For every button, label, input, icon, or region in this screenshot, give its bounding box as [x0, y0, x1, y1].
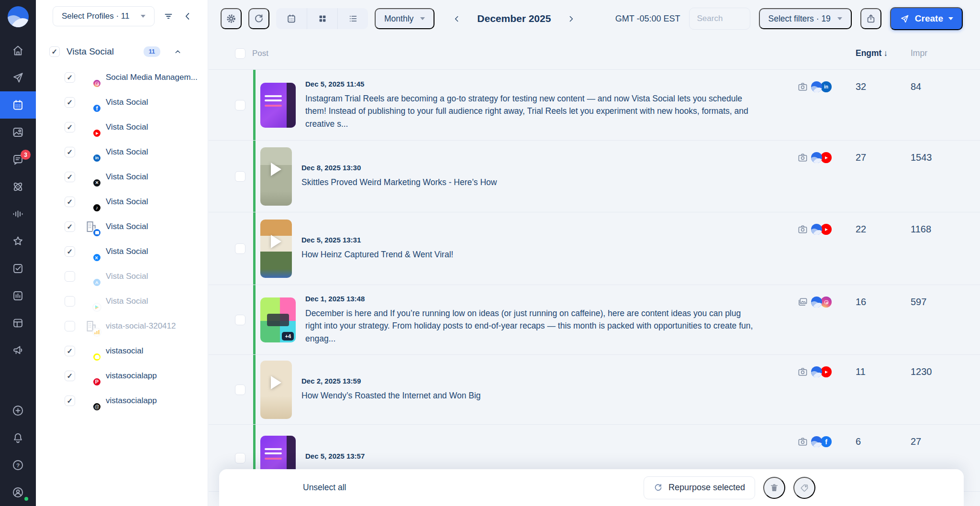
- list-view-icon: [348, 13, 358, 24]
- sidebar-item-calendar[interactable]: [0, 91, 36, 119]
- row-checkbox[interactable]: [235, 315, 245, 325]
- profile-item[interactable]: P vistasocialapp: [36, 363, 208, 388]
- profile-checkbox[interactable]: [65, 346, 75, 356]
- period-dropdown[interactable]: Monthly: [375, 8, 434, 29]
- collapse-panel-button[interactable]: [182, 11, 193, 22]
- post-text: December is here and If you’re running l…: [305, 307, 757, 345]
- tag-selected-button[interactable]: [793, 477, 815, 499]
- x-icon: ✕: [92, 178, 101, 187]
- sidebar-item-help[interactable]: ?: [0, 451, 36, 479]
- post-row[interactable]: Dec 5, 2025 11:45 Instagram Trial Reels …: [209, 70, 980, 141]
- profile-checkbox[interactable]: [65, 371, 75, 381]
- repurpose-selected-button[interactable]: Repurpose selected: [644, 476, 755, 499]
- delete-selected-button[interactable]: [763, 477, 785, 499]
- row-checkbox[interactable]: [235, 453, 245, 463]
- profile-item[interactable]: Vista Social: [36, 214, 208, 239]
- profile-item[interactable]: A Vista Social: [36, 264, 208, 289]
- profile-item[interactable]: Vista Social: [36, 239, 208, 264]
- profiles-filter-button[interactable]: [163, 11, 174, 22]
- post-row[interactable]: Dec 8, 2025 13:30 Skittles Proved Weird …: [209, 141, 980, 212]
- list-view-button[interactable]: [337, 8, 368, 29]
- profile-checkbox[interactable]: [65, 97, 75, 108]
- profile-item[interactable]: in Vista Social: [36, 140, 208, 165]
- search-input[interactable]: [689, 8, 750, 30]
- profile-item[interactable]: f Vista Social: [36, 90, 208, 115]
- current-month-label[interactable]: December 2025: [477, 13, 551, 24]
- filters-dropdown[interactable]: Select filters · 19: [759, 8, 852, 29]
- row-checkbox[interactable]: [235, 385, 245, 395]
- post-row[interactable]: Dec 5, 2025 13:31 How Heinz Captured Tre…: [209, 212, 980, 285]
- profile-checkbox[interactable]: [65, 271, 75, 282]
- sidebar-item-media[interactable]: [0, 119, 36, 146]
- profile-item[interactable]: Vista Social: [36, 115, 208, 140]
- refresh-icon: [254, 13, 264, 24]
- profile-checkbox[interactable]: [65, 396, 75, 406]
- post-thumbnail[interactable]: [260, 83, 296, 128]
- gallery-icon: [797, 297, 808, 308]
- settings-button[interactable]: [221, 8, 242, 29]
- impressions-value: 1168: [911, 224, 962, 235]
- calendar-view-button[interactable]: [276, 8, 307, 29]
- profile-checkbox[interactable]: [65, 197, 75, 207]
- profile-item[interactable]: vistasocial: [36, 339, 208, 363]
- tiktok-icon: ♪: [92, 203, 101, 212]
- sidebar-item-connections[interactable]: [0, 173, 36, 200]
- profile-checkbox[interactable]: [65, 246, 75, 257]
- profile-item[interactable]: Vista Social: [36, 289, 208, 314]
- profile-checkbox[interactable]: [65, 172, 75, 182]
- column-engagement-sort[interactable]: Engmt↓: [848, 48, 911, 58]
- sidebar-item-boards[interactable]: [0, 309, 36, 337]
- profile-item[interactable]: vista-social-320412: [36, 314, 208, 339]
- next-month-button[interactable]: [564, 12, 578, 26]
- export-button[interactable]: [860, 8, 881, 29]
- profile-checkbox[interactable]: [65, 147, 75, 157]
- refresh-button[interactable]: [248, 8, 269, 29]
- grid-view-button[interactable]: [307, 8, 337, 29]
- profile-checkbox[interactable]: [65, 321, 75, 331]
- vista-social-logo[interactable]: [8, 6, 29, 27]
- post-thumbnail[interactable]: +4: [260, 297, 296, 342]
- select-profiles-dropdown[interactable]: Select Profiles · 11: [53, 6, 155, 26]
- profile-checkbox[interactable]: [65, 72, 75, 83]
- profile-item[interactable]: @ vistasocialapp: [36, 388, 208, 413]
- create-button[interactable]: Create: [890, 7, 963, 30]
- sidebar-item-reports[interactable]: [0, 282, 36, 309]
- row-checkbox[interactable]: [235, 243, 245, 254]
- profile-item[interactable]: ✕ Vista Social: [36, 165, 208, 189]
- unselect-all-button[interactable]: Unselect all: [303, 483, 346, 493]
- instagram-icon: [821, 297, 832, 308]
- post-thumbnail[interactable]: [260, 147, 292, 206]
- sidebar-item-advocacy[interactable]: [0, 337, 36, 364]
- column-impressions-sort[interactable]: Impr: [911, 48, 962, 58]
- sidebar-item-home[interactable]: [0, 37, 36, 64]
- profile-checkbox[interactable]: [65, 221, 75, 232]
- row-checkbox[interactable]: [235, 100, 245, 110]
- select-all-checkbox[interactable]: [235, 48, 245, 59]
- profile-item[interactable]: Social Media Managem...: [36, 65, 208, 90]
- camera-icon: [797, 152, 808, 163]
- sidebar-item-notifications[interactable]: [0, 424, 36, 451]
- profile-group-header[interactable]: Vista Social 11: [36, 42, 208, 61]
- sidebar-item-publish[interactable]: [0, 64, 36, 91]
- profile-item[interactable]: ♪ Vista Social: [36, 189, 208, 214]
- group-collapse-button[interactable]: [174, 48, 182, 56]
- sidebar-item-account[interactable]: [0, 479, 36, 506]
- sidebar-item-add[interactable]: [0, 397, 36, 424]
- post-row[interactable]: Dec 2, 2025 13:59 How Wendy’s Roasted th…: [209, 355, 980, 425]
- profile-checkbox[interactable]: [65, 296, 75, 307]
- chevron-down-icon: [948, 17, 953, 20]
- post-row[interactable]: +4 Dec 1, 2025 13:48 December is here an…: [209, 285, 980, 355]
- group-checkbox[interactable]: [49, 46, 60, 57]
- sidebar-item-inbox[interactable]: 3: [0, 146, 36, 173]
- row-checkbox[interactable]: [235, 171, 245, 182]
- impressions-value: 1230: [911, 366, 962, 377]
- profile-checkbox[interactable]: [65, 122, 75, 132]
- post-thumbnail[interactable]: [260, 361, 292, 419]
- youtube-icon: [821, 224, 832, 235]
- post-thumbnail[interactable]: [260, 220, 292, 278]
- period-label: Monthly: [384, 14, 413, 24]
- sidebar-item-tasks[interactable]: [0, 255, 36, 282]
- prev-month-button[interactable]: [450, 12, 464, 26]
- sidebar-item-listening[interactable]: [0, 200, 36, 228]
- sidebar-item-reviews[interactable]: [0, 228, 36, 255]
